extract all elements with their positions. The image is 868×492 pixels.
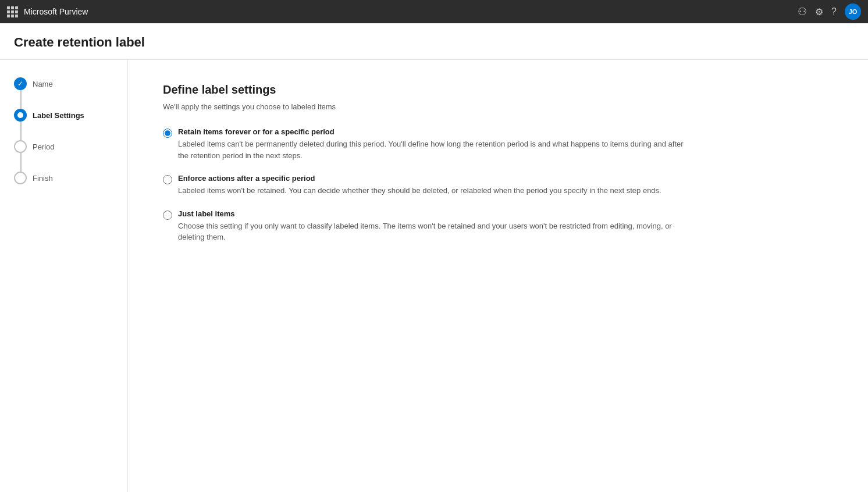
connector-3 [20, 153, 22, 172]
radio-retain[interactable] [163, 129, 172, 138]
radio-enforce[interactable] [163, 175, 172, 184]
settings-icon[interactable]: ⚙ [815, 6, 823, 17]
step-name: ✓ Name [14, 77, 113, 90]
step-label-label-settings: Label Settings [33, 111, 84, 120]
radio-label-just-label: Just label items [178, 209, 690, 218]
step-circle-period [14, 140, 27, 153]
step-finish: Finish [14, 172, 113, 184]
radio-content-just-label: Just label items Choose this setting if … [178, 209, 690, 243]
radio-label-retain: Retain items forever or for a specific p… [178, 127, 690, 136]
radio-option-enforce[interactable]: Enforce actions after a specific period … [163, 174, 833, 197]
avatar[interactable]: JO [845, 3, 861, 20]
step-period: Period [14, 140, 113, 153]
grid-icon[interactable] [7, 6, 18, 17]
step-circle-finish [14, 172, 27, 184]
step-label-name: Name [33, 80, 53, 88]
step-label-settings: Label Settings [14, 109, 113, 122]
help-icon[interactable]: ? [831, 6, 837, 17]
connect-icon[interactable]: ⚇ [798, 5, 807, 18]
radio-option-just-label[interactable]: Just label items Choose this setting if … [163, 209, 833, 243]
section-subtitle: We'll apply the settings you choose to l… [163, 102, 833, 111]
page-body: ✓ Name Label Settings Period Finish Defi… [0, 60, 868, 492]
main-content: Define label settings We'll apply the se… [128, 60, 868, 492]
app-title: Microsoft Purview [24, 7, 88, 16]
radio-group: Retain items forever or for a specific p… [163, 127, 833, 243]
step-circle-label-settings [14, 109, 27, 122]
step-circle-name: ✓ [14, 77, 27, 90]
top-bar: Microsoft Purview ⚇ ⚙ ? JO [0, 0, 868, 23]
connector-1 [20, 90, 22, 109]
step-label-finish: Finish [33, 174, 53, 183]
section-title: Define label settings [163, 83, 833, 97]
top-bar-right: ⚇ ⚙ ? JO [798, 3, 861, 20]
radio-desc-retain: Labeled items can't be permanently delet… [178, 138, 690, 161]
radio-label-enforce: Enforce actions after a specific period [178, 174, 661, 183]
page-title: Create retention label [14, 35, 854, 50]
radio-content-retain: Retain items forever or for a specific p… [178, 127, 690, 161]
page-header: Create retention label [0, 23, 868, 60]
radio-just-label[interactable] [163, 211, 172, 220]
stepper: ✓ Name Label Settings Period Finish [0, 60, 128, 492]
radio-desc-just-label: Choose this setting if you only want to … [178, 220, 690, 243]
top-bar-left: Microsoft Purview [7, 6, 88, 17]
step-label-period: Period [33, 142, 55, 151]
radio-content-enforce: Enforce actions after a specific period … [178, 174, 661, 197]
radio-option-retain[interactable]: Retain items forever or for a specific p… [163, 127, 833, 161]
connector-2 [20, 122, 22, 140]
radio-desc-enforce: Labeled items won't be retained. You can… [178, 185, 661, 197]
